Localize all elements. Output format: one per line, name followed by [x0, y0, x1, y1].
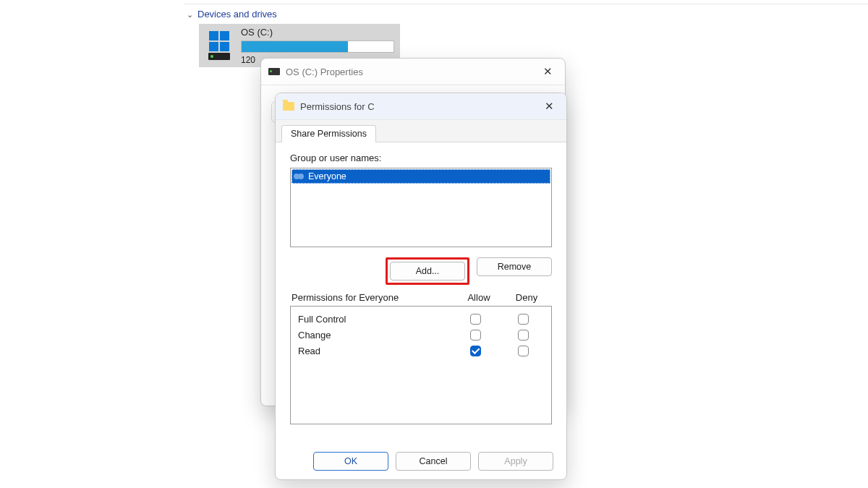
- deny-header: Deny: [503, 292, 550, 303]
- drive-mini-icon: [268, 68, 280, 75]
- permission-name: Change: [295, 330, 451, 341]
- deny-checkbox-read[interactable]: [518, 346, 529, 356]
- highlight-annotation: Add...: [386, 257, 469, 285]
- deny-checkbox-full-control[interactable]: [518, 314, 529, 325]
- permission-row: Read: [295, 343, 547, 359]
- drive-label: OS (C:): [241, 27, 394, 38]
- close-icon[interactable]: ✕: [537, 65, 558, 78]
- permission-row: Full Control: [295, 311, 547, 327]
- user-list[interactable]: Everyone: [290, 168, 552, 247]
- permissions-table: Full Control Change Read: [290, 306, 552, 424]
- folder-icon: [283, 102, 294, 111]
- apply-button[interactable]: Apply: [478, 452, 553, 471]
- permissions-window: Permissions for C ✕ Share Permissions Gr…: [275, 93, 567, 480]
- devices-section-title: Devices and drives: [197, 9, 277, 20]
- permissions-titlebar[interactable]: Permissions for C ✕: [276, 93, 566, 120]
- chevron-down-icon: ⌄: [187, 10, 193, 20]
- user-name: Everyone: [308, 171, 346, 181]
- add-button[interactable]: Add...: [390, 262, 465, 281]
- allow-checkbox-change[interactable]: [470, 330, 481, 341]
- user-list-item[interactable]: Everyone: [292, 169, 550, 184]
- properties-title: OS (C:) Properties: [286, 67, 363, 77]
- windows-logo-icon: [209, 31, 229, 51]
- permission-name: Read: [295, 346, 451, 356]
- ok-button[interactable]: OK: [313, 452, 388, 471]
- permissions-title: Permissions for C: [300, 101, 375, 112]
- allow-checkbox-full-control[interactable]: [470, 314, 481, 325]
- permission-name: Full Control: [295, 314, 451, 325]
- users-icon: [294, 172, 305, 181]
- remove-button[interactable]: Remove: [477, 257, 552, 276]
- drive-icon: [205, 31, 234, 60]
- capacity-bar: [241, 40, 394, 53]
- deny-checkbox-change[interactable]: [518, 330, 529, 341]
- close-icon[interactable]: ✕: [539, 100, 559, 113]
- properties-titlebar[interactable]: OS (C:) Properties ✕: [261, 59, 565, 85]
- allow-checkbox-read[interactable]: [470, 346, 481, 356]
- tab-strip: Share Permissions: [276, 120, 566, 142]
- permissions-for-label: Permissions for Everyone: [292, 292, 455, 303]
- devices-section-header[interactable]: ⌄ Devices and drives: [187, 9, 277, 20]
- ssd-icon: [208, 53, 230, 60]
- allow-header: Allow: [455, 292, 503, 303]
- divider: [184, 4, 868, 4]
- group-users-label: Group or user names:: [290, 153, 552, 163]
- cancel-button[interactable]: Cancel: [396, 452, 471, 471]
- permission-row: Change: [295, 327, 547, 343]
- tab-share-permissions[interactable]: Share Permissions: [281, 125, 376, 142]
